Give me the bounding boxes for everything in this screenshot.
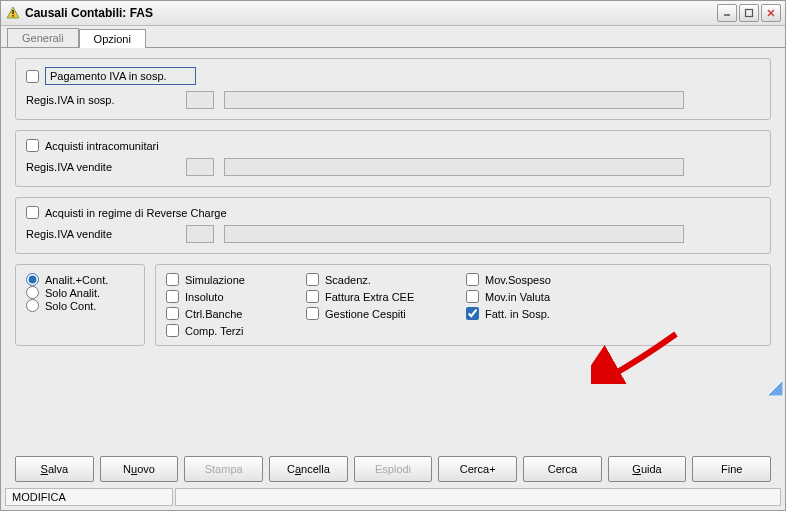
label-mov-in-valuta: Mov.in Valuta: [485, 291, 550, 303]
checkbox-gestione-cespiti[interactable]: [306, 307, 319, 320]
checkbox-acquisti-intracom[interactable]: [26, 139, 39, 152]
tab-generali[interactable]: Generali: [7, 28, 79, 47]
input-regis-iva-vendite-2-code[interactable]: [186, 225, 214, 243]
input-regis-iva-vendite-1-desc[interactable]: [224, 158, 684, 176]
input-regis-iva-sosp-desc[interactable]: [224, 91, 684, 109]
esplodi-button[interactable]: Esplodi: [354, 456, 433, 482]
label-reverse-charge: Acquisti in regime di Reverse Charge: [45, 207, 227, 219]
input-regis-iva-sosp-code[interactable]: [186, 91, 214, 109]
label-regis-iva-vendite-2: Regis.IVA vendite: [26, 228, 186, 240]
radio-group-analit: Analit.+Cont. Solo Analit. Solo Cont.: [15, 264, 145, 346]
checkbox-reverse-charge[interactable]: [26, 206, 39, 219]
label-solo-analit: Solo Analit.: [45, 287, 100, 299]
checkbox-insoluto[interactable]: [166, 290, 179, 303]
label-acquisti-intracom: Acquisti intracomunitari: [45, 140, 159, 152]
label-insoluto: Insoluto: [185, 291, 224, 303]
titlebar: Causali Contabili: FAS: [1, 1, 785, 26]
label-regis-iva-sosp: Regis.IVA in sosp.: [26, 94, 186, 106]
cerca-plus-button[interactable]: Cerca+: [438, 456, 517, 482]
radio-solo-analit[interactable]: [26, 286, 39, 299]
label-simulazione: Simulazione: [185, 274, 245, 286]
checkbox-ctrl-banche[interactable]: [166, 307, 179, 320]
options-row: Analit.+Cont. Solo Analit. Solo Cont. Si…: [15, 264, 771, 346]
close-button[interactable]: [761, 4, 781, 22]
checkbox-comp-terzi[interactable]: [166, 324, 179, 337]
group-pagamento-iva: Pagamento IVA in sosp. Regis.IVA in sosp…: [15, 58, 771, 120]
radio-solo-cont[interactable]: [26, 299, 39, 312]
app-icon: [5, 5, 21, 21]
tab-strip: Generali Opzioni: [1, 26, 785, 48]
window-title: Causali Contabili: FAS: [25, 6, 717, 20]
checkbox-mov-sospeso[interactable]: [466, 273, 479, 286]
button-bar: Salva Nuovo Stampa Cancella Esplodi Cerc…: [1, 450, 785, 488]
label-fattura-extra-cee: Fattura Extra CEE: [325, 291, 414, 303]
nuovo-button[interactable]: Nuovo: [100, 456, 179, 482]
minimize-button[interactable]: [717, 4, 737, 22]
radio-analit-cont[interactable]: [26, 273, 39, 286]
status-mode: MODIFICA: [5, 488, 173, 506]
salva-button[interactable]: Salva: [15, 456, 94, 482]
resize-grip-icon: [767, 380, 783, 396]
checkbox-scadenz[interactable]: [306, 273, 319, 286]
checkbox-mov-in-valuta[interactable]: [466, 290, 479, 303]
label-gestione-cespiti: Gestione Cespiti: [325, 308, 406, 320]
tab-opzioni[interactable]: Opzioni: [79, 29, 146, 48]
checkbox-fattura-extra-cee[interactable]: [306, 290, 319, 303]
label-pagamento-iva: Pagamento IVA in sosp.: [45, 67, 196, 85]
svg-rect-4: [746, 10, 753, 17]
maximize-button[interactable]: [739, 4, 759, 22]
label-ctrl-banche: Ctrl.Banche: [185, 308, 242, 320]
svg-rect-2: [12, 15, 14, 17]
label-comp-terzi: Comp. Terzi: [185, 325, 243, 337]
label-regis-iva-vendite-1: Regis.IVA vendite: [26, 161, 186, 173]
label-solo-cont: Solo Cont.: [45, 300, 96, 312]
input-regis-iva-vendite-2-desc[interactable]: [224, 225, 684, 243]
fine-button[interactable]: Fine: [692, 456, 771, 482]
checkbox-simulazione[interactable]: [166, 273, 179, 286]
label-scadenz: Scadenz.: [325, 274, 371, 286]
status-bar: MODIFICA: [1, 488, 785, 510]
checkbox-pagamento-iva[interactable]: [26, 70, 39, 83]
svg-rect-1: [12, 10, 14, 14]
checkbox-fatt-in-sosp[interactable]: [466, 307, 479, 320]
content-area: Pagamento IVA in sosp. Regis.IVA in sosp…: [1, 48, 785, 450]
cancella-button[interactable]: Cancella: [269, 456, 348, 482]
label-fatt-in-sosp: Fatt. in Sosp.: [485, 308, 550, 320]
group-acquisti-intracom: Acquisti intracomunitari Regis.IVA vendi…: [15, 130, 771, 187]
cerca-button[interactable]: Cerca: [523, 456, 602, 482]
label-mov-sospeso: Mov.Sospeso: [485, 274, 551, 286]
app-window: Causali Contabili: FAS Generali Opzioni …: [0, 0, 786, 511]
guida-button[interactable]: Guida: [608, 456, 687, 482]
input-regis-iva-vendite-1-code[interactable]: [186, 158, 214, 176]
window-buttons: [717, 4, 781, 22]
group-reverse-charge: Acquisti in regime di Reverse Charge Reg…: [15, 197, 771, 254]
status-rest: [175, 488, 781, 506]
check-group-flags: Simulazione Insoluto Ctrl.Banche Comp. T…: [155, 264, 771, 346]
label-analit-cont: Analit.+Cont.: [45, 274, 108, 286]
stampa-button[interactable]: Stampa: [184, 456, 263, 482]
